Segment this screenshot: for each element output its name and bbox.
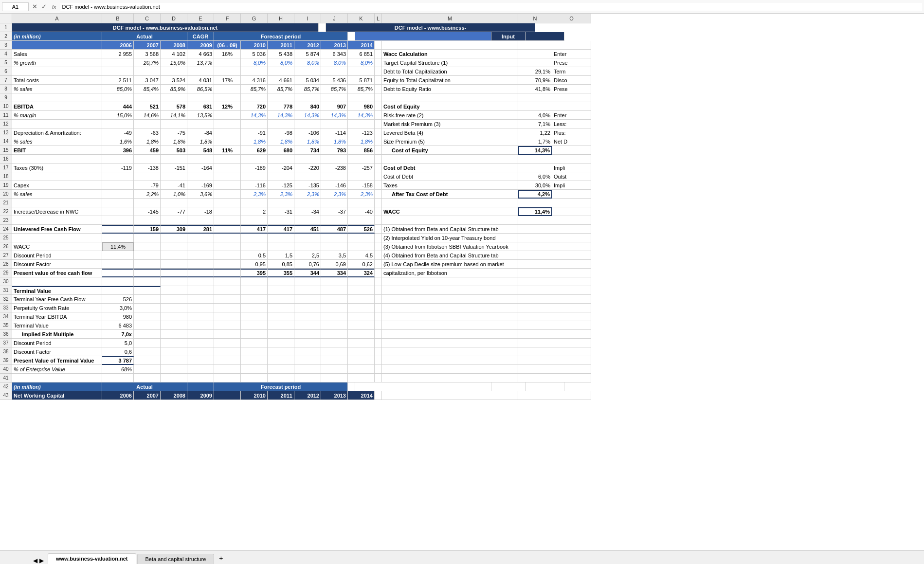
cell-a28[interactable]: Discount Factor bbox=[12, 260, 102, 269]
cell-e36[interactable] bbox=[187, 330, 214, 339]
tab-dcf[interactable]: www.business-valuation.net bbox=[48, 553, 136, 564]
cell-j24[interactable]: 487 bbox=[321, 225, 348, 234]
cell-f8[interactable] bbox=[214, 85, 241, 93]
cell-f35[interactable] bbox=[214, 321, 241, 330]
cell-i4[interactable]: 5 874 bbox=[294, 50, 321, 58]
cell-b16[interactable] bbox=[102, 155, 134, 164]
cell-a10[interactable]: EBITDA bbox=[12, 102, 102, 111]
cell-h15[interactable]: 680 bbox=[268, 146, 294, 155]
cell-h8[interactable]: 85,7% bbox=[268, 85, 294, 93]
cell-j4[interactable]: 6 343 bbox=[321, 50, 348, 58]
cell-o32[interactable] bbox=[552, 295, 591, 304]
cell-n16[interactable] bbox=[518, 155, 552, 164]
cell-c15[interactable]: 459 bbox=[134, 146, 161, 155]
cell-f26[interactable] bbox=[214, 242, 241, 251]
cell-j22[interactable]: -37 bbox=[321, 207, 348, 216]
cell-l10[interactable] bbox=[375, 102, 382, 111]
cell-o27[interactable] bbox=[552, 251, 591, 260]
cell-g10[interactable]: 720 bbox=[241, 102, 268, 111]
cell-o14[interactable]: Net D bbox=[552, 137, 591, 146]
cell-a23[interactable] bbox=[12, 216, 102, 225]
col-header-o[interactable]: O bbox=[552, 14, 591, 23]
cell-o29[interactable] bbox=[552, 269, 591, 277]
cell-f42[interactable] bbox=[187, 382, 214, 391]
cell-n39[interactable] bbox=[518, 356, 552, 365]
tab-beta[interactable]: Beta and capital structure bbox=[137, 554, 215, 564]
cell-j32[interactable] bbox=[321, 295, 348, 304]
cell-l31[interactable] bbox=[375, 286, 382, 295]
cell-g8[interactable]: 85,7% bbox=[241, 85, 268, 93]
cell-i41[interactable] bbox=[294, 374, 321, 382]
cell-e30[interactable] bbox=[187, 277, 214, 286]
cell-e9[interactable] bbox=[187, 93, 214, 102]
cell-e17[interactable]: -164 bbox=[187, 164, 214, 172]
cell-n34[interactable] bbox=[518, 312, 552, 321]
cell-f19[interactable] bbox=[214, 181, 241, 190]
cell-k38[interactable] bbox=[348, 347, 375, 356]
cell-i24[interactable]: 451 bbox=[294, 225, 321, 234]
cell-c21[interactable] bbox=[134, 199, 161, 207]
cell-l28[interactable] bbox=[375, 260, 382, 269]
cell-d19[interactable]: -41 bbox=[161, 181, 187, 190]
cell-m42[interactable] bbox=[355, 382, 491, 391]
cell-o12[interactable]: Less: bbox=[552, 120, 591, 128]
cell-j6[interactable] bbox=[321, 67, 348, 76]
cell-o43[interactable] bbox=[552, 391, 591, 400]
cell-f2[interactable]: CAGR bbox=[187, 32, 214, 41]
col-header-e[interactable]: E bbox=[187, 14, 214, 23]
cell-a16[interactable] bbox=[12, 155, 102, 164]
cell-bc42[interactable]: Actual bbox=[102, 382, 187, 391]
cell-k14[interactable]: 1,8% bbox=[348, 137, 375, 146]
cell-o41[interactable] bbox=[552, 374, 591, 382]
cell-f28[interactable] bbox=[214, 260, 241, 269]
cell-a34[interactable]: Terminal Year EBITDA bbox=[12, 312, 102, 321]
cell-g35[interactable] bbox=[241, 321, 268, 330]
cell-e29[interactable] bbox=[187, 269, 214, 277]
cell-h3[interactable]: 2011 bbox=[268, 41, 294, 50]
cell-h30[interactable] bbox=[268, 277, 294, 286]
cell-g25[interactable] bbox=[241, 234, 268, 242]
cell-m35[interactable] bbox=[382, 321, 518, 330]
cell-d40[interactable] bbox=[161, 365, 187, 374]
cell-m29-note5b[interactable]: capitalization, per Ibbotson bbox=[382, 269, 518, 277]
cell-n42[interactable] bbox=[491, 382, 525, 391]
cell-f14[interactable] bbox=[214, 137, 241, 146]
cell-f37[interactable] bbox=[214, 339, 241, 347]
cell-c28[interactable] bbox=[134, 260, 161, 269]
cell-h29[interactable]: 355 bbox=[268, 269, 294, 277]
cell-m10-cost-equity[interactable]: Cost of Equity bbox=[382, 102, 518, 111]
cell-d6[interactable] bbox=[161, 67, 187, 76]
cell-k25[interactable] bbox=[348, 234, 375, 242]
cell-k28[interactable]: 0,62 bbox=[348, 260, 375, 269]
cell-m16[interactable] bbox=[382, 155, 518, 164]
cell-n21[interactable] bbox=[518, 199, 552, 207]
cell-o25[interactable] bbox=[552, 234, 591, 242]
cell-c12[interactable] bbox=[134, 120, 161, 128]
cell-d34[interactable] bbox=[161, 312, 187, 321]
cell-j38[interactable] bbox=[321, 347, 348, 356]
cell-k26[interactable] bbox=[348, 242, 375, 251]
cell-a38[interactable]: Discount Factor bbox=[12, 347, 102, 356]
cell-h13[interactable]: -98 bbox=[268, 128, 294, 137]
col-header-g[interactable]: G bbox=[241, 14, 268, 23]
cell-b27[interactable] bbox=[102, 251, 134, 260]
cell-k23[interactable] bbox=[348, 216, 375, 225]
cell-k30[interactable] bbox=[348, 277, 375, 286]
cell-g20[interactable]: 2,3% bbox=[241, 190, 268, 199]
cell-m28-note5[interactable]: (5) Low-Cap Decile size premium based on… bbox=[382, 260, 518, 269]
cell-c3[interactable]: 2007 bbox=[134, 41, 161, 50]
cell-h25[interactable] bbox=[268, 234, 294, 242]
cell-l8[interactable] bbox=[375, 85, 382, 93]
cell-a13[interactable]: Depreciation & Amortization: bbox=[12, 128, 102, 137]
cell-h27[interactable]: 1,5 bbox=[268, 251, 294, 260]
cell-g34[interactable] bbox=[241, 312, 268, 321]
cell-b38[interactable]: 0,6 bbox=[102, 347, 134, 356]
cell-d17[interactable]: -151 bbox=[161, 164, 187, 172]
cell-g27[interactable]: 0,5 bbox=[241, 251, 268, 260]
cell-g9[interactable] bbox=[241, 93, 268, 102]
cell-j16[interactable] bbox=[321, 155, 348, 164]
cell-c9[interactable] bbox=[134, 93, 161, 102]
cell-b24[interactable] bbox=[102, 225, 134, 234]
cell-c36[interactable] bbox=[134, 330, 161, 339]
col-header-l[interactable]: L bbox=[375, 14, 382, 23]
